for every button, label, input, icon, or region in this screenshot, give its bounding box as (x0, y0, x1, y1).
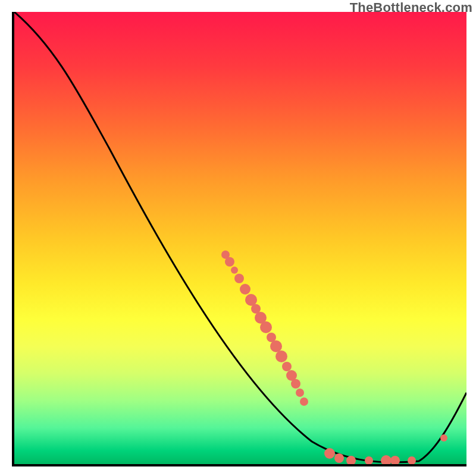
data-points (221, 250, 447, 464)
data-point (240, 284, 250, 295)
bottleneck-curve (14, 12, 466, 462)
data-point (225, 257, 234, 267)
data-point (365, 456, 373, 464)
data-point (291, 379, 300, 389)
data-point (324, 448, 335, 459)
data-point (390, 456, 400, 464)
data-point (334, 453, 344, 463)
data-point (270, 340, 282, 352)
data-point (282, 362, 292, 371)
data-point (234, 274, 244, 283)
data-point (440, 434, 447, 441)
data-point (296, 389, 304, 397)
data-point (245, 294, 257, 306)
data-point (408, 456, 416, 464)
plot-area (12, 12, 466, 466)
data-point (275, 350, 287, 362)
data-point (300, 397, 308, 406)
data-point (381, 455, 392, 464)
data-point (231, 267, 238, 274)
curve-layer (14, 12, 466, 464)
chart-container: TheBottleneck.com (0, 0, 476, 476)
data-point (260, 321, 272, 333)
